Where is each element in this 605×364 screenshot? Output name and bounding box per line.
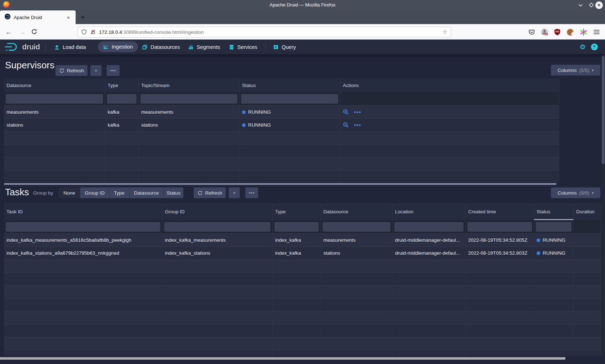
filter-input-type[interactable] bbox=[107, 94, 136, 104]
col-header-status-sorted[interactable]: Status bbox=[534, 203, 574, 220]
more-icon: ••• bbox=[110, 68, 116, 73]
nav-item-label: Load data bbox=[63, 44, 86, 50]
chevron-down-icon: ▾ bbox=[95, 68, 97, 73]
filter-input-type[interactable] bbox=[274, 222, 319, 232]
filter-input-topic-stream[interactable] bbox=[140, 94, 237, 104]
new-tab-button[interactable]: + bbox=[78, 12, 88, 22]
url-text[interactable]: 172.18.0.4:30899/unified-console.html#in… bbox=[99, 29, 203, 35]
columns-label: Columns bbox=[557, 68, 577, 73]
chevron-down-icon: ▾ bbox=[233, 191, 236, 195]
col-header-datasource[interactable]: Datasource bbox=[4, 78, 105, 92]
druid-console: Supervisors Refresh ▾ ••• Columns (5/5) … bbox=[0, 54, 605, 364]
bookmark-star-icon[interactable]: ☆ bbox=[443, 29, 447, 35]
refresh-icon bbox=[59, 68, 64, 73]
tasks-more-button[interactable]: ••• bbox=[245, 187, 258, 198]
supervisor-row-stations[interactable]: stations kafka stations RUNNING ••• bbox=[4, 119, 559, 132]
browser-tab-apache-druid[interactable]: Apache Druid × bbox=[0, 10, 76, 24]
shield-icon[interactable] bbox=[81, 29, 87, 35]
url-bar[interactable]: 172.18.0.4:30899/unified-console.html#in… bbox=[77, 27, 451, 37]
empty-row bbox=[4, 170, 559, 182]
group-by-group-id-button[interactable]: Group ID bbox=[80, 187, 109, 198]
filter-input-created-time[interactable] bbox=[467, 222, 532, 232]
supervisors-columns-button[interactable]: Columns (5/5) ▾ bbox=[551, 65, 600, 76]
cell-datasource: measurements bbox=[4, 106, 105, 119]
supervisors-filter-row bbox=[4, 92, 559, 106]
filter-input-datasource[interactable] bbox=[323, 222, 390, 232]
nav-item-query[interactable]: Query bbox=[273, 40, 296, 54]
cookie-extension-icon[interactable] bbox=[565, 27, 575, 37]
filter-input-group-id[interactable] bbox=[164, 222, 270, 232]
browser-horizontal-scrollbar[interactable] bbox=[0, 357, 565, 360]
col-header-group-id[interactable]: Group ID bbox=[162, 203, 273, 220]
columns-label: Columns bbox=[557, 190, 577, 196]
group-by-status-button[interactable]: Status bbox=[164, 187, 183, 198]
help-button[interactable]: ? bbox=[590, 40, 599, 54]
nav-item-datasources[interactable]: Datasources bbox=[142, 40, 180, 54]
col-header-location[interactable]: Location bbox=[393, 203, 466, 220]
window-close-button[interactable]: × bbox=[595, 1, 603, 9]
back-button[interactable]: ← bbox=[4, 27, 14, 37]
group-by-datasource-button[interactable]: Datasource bbox=[129, 187, 164, 198]
supervisors-horizontal-scrollbar[interactable] bbox=[4, 183, 556, 185]
nav-item-load-data[interactable]: Load data bbox=[54, 40, 86, 54]
cell-type: kafka bbox=[105, 119, 139, 132]
supervisors-table: Datasource Type Topic/Stream Status Acti… bbox=[4, 78, 559, 182]
ublock-origin-icon[interactable]: UO bbox=[552, 27, 562, 37]
cell-status: RUNNING bbox=[248, 109, 271, 115]
col-header-task-id[interactable]: Task ID bbox=[4, 203, 162, 220]
task-row-stations[interactable]: index_kafka_stations_a9a679b22795b63_nnk… bbox=[4, 247, 601, 260]
filter-input-location[interactable] bbox=[394, 222, 463, 232]
nav-item-label: Datasources bbox=[151, 44, 180, 50]
col-header-type[interactable]: Type bbox=[105, 78, 139, 92]
supervisors-more-button[interactable]: ••• bbox=[107, 65, 120, 76]
inspect-magnifier-icon[interactable] bbox=[343, 109, 349, 115]
filter-input-task-id[interactable] bbox=[6, 222, 160, 232]
insecure-lock-icon[interactable] bbox=[90, 29, 96, 35]
filter-input-status[interactable] bbox=[241, 94, 338, 104]
empty-row bbox=[4, 337, 601, 350]
cell-group-id: index_kafka_measurements bbox=[162, 234, 273, 247]
row-more-actions-icon[interactable]: ••• bbox=[354, 122, 361, 128]
profile-extension-icon[interactable] bbox=[540, 27, 549, 37]
nav-item-segments[interactable]: Segments bbox=[188, 40, 220, 54]
datasources-cube-icon bbox=[142, 44, 148, 50]
col-header-topic-stream[interactable]: Topic/Stream bbox=[139, 78, 239, 92]
col-header-duration[interactable]: Duration bbox=[574, 203, 601, 220]
tab-close-icon[interactable]: × bbox=[66, 15, 71, 20]
row-more-actions-icon[interactable]: ••• bbox=[354, 109, 361, 115]
cell-duration bbox=[574, 247, 601, 260]
supervisors-refresh-caret-button[interactable]: ▾ bbox=[90, 65, 102, 76]
col-header-status[interactable]: Status bbox=[239, 78, 340, 92]
col-header-created-time[interactable]: Created time bbox=[466, 203, 534, 220]
group-by-type-button[interactable]: Type bbox=[109, 187, 129, 198]
vertical-scrollbar-thumb[interactable] bbox=[602, 56, 605, 164]
status-dot-icon bbox=[242, 110, 246, 114]
col-header-type[interactable]: Type bbox=[273, 203, 321, 220]
nav-item-services[interactable]: Services bbox=[229, 40, 257, 54]
tasks-columns-button[interactable]: Columns (9/9) ▾ bbox=[551, 187, 600, 198]
druid-logo[interactable]: druid bbox=[4, 42, 40, 52]
group-by-none-button[interactable]: None bbox=[59, 187, 80, 198]
supervisor-row-measurements[interactable]: measurements kafka measurements RUNNING bbox=[4, 106, 559, 119]
reload-button[interactable] bbox=[31, 28, 37, 36]
nav-item-ingestion[interactable]: Ingestion bbox=[98, 41, 138, 52]
task-row-measurements[interactable]: index_kafka_measurements_a5616c5ba8afb8b… bbox=[4, 234, 601, 247]
supervisors-refresh-button[interactable]: Refresh bbox=[55, 65, 88, 76]
window-minimize-button[interactable] bbox=[577, 1, 584, 9]
columns-count: (9/9) bbox=[579, 190, 589, 196]
tasks-refresh-button[interactable]: Refresh bbox=[194, 187, 226, 198]
nav-item-label: Segments bbox=[197, 44, 220, 50]
tasks-refresh-caret-button[interactable]: ▾ bbox=[229, 187, 240, 198]
inspect-magnifier-icon[interactable] bbox=[343, 122, 349, 128]
filter-input-status[interactable] bbox=[536, 222, 572, 232]
filter-input-datasource[interactable] bbox=[6, 94, 103, 104]
window-maximize-button[interactable] bbox=[587, 1, 595, 9]
menu-hamburger-icon[interactable] bbox=[592, 27, 601, 37]
cell-created-time: 2022-08-19T05:34:52.805Z bbox=[466, 234, 534, 247]
colorful-asterisk-extension-icon[interactable] bbox=[579, 27, 588, 37]
settings-button[interactable]: ⚙ bbox=[578, 40, 587, 54]
cell-status: RUNNING bbox=[248, 122, 271, 128]
tasks-filter-row bbox=[4, 220, 601, 234]
pocket-icon[interactable] bbox=[527, 27, 536, 37]
col-header-datasource[interactable]: Datasource bbox=[321, 203, 393, 220]
